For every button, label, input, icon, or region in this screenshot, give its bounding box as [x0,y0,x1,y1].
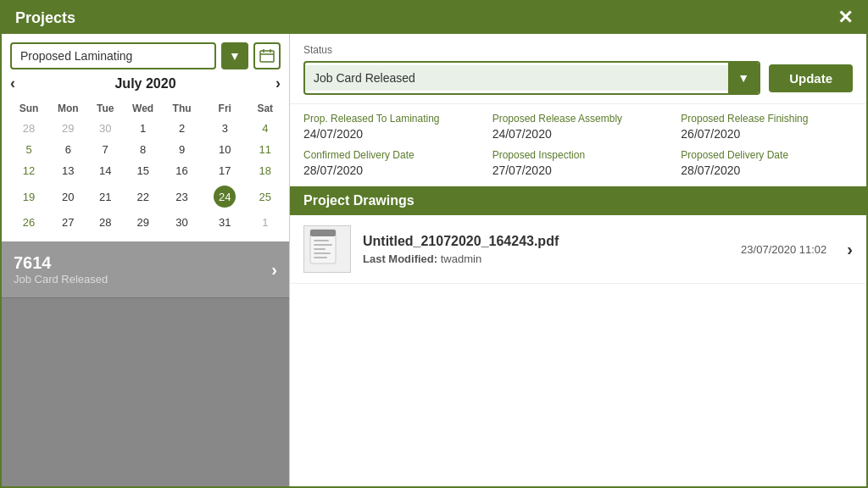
svg-rect-8 [314,248,326,250]
dropdown-arrow-button[interactable]: ▼ [221,42,248,69]
update-button[interactable]: Update [769,64,853,92]
calendar-day-cell[interactable]: 13 [47,160,88,181]
calendar-week-row: 567891011 [10,139,281,160]
calendar-week-row: 19202122232425 [10,181,281,212]
date-item: Proposed Inspection 27/07/2020 [492,149,665,177]
calendar-day-cell[interactable]: 21 [88,181,122,212]
calendar-grid: SunMonTueWedThuFriSat 282930123456789101… [10,99,281,233]
calendar-day-cell[interactable]: 15 [122,160,164,181]
date-item: Confirmed Delivery Date 28/07/2020 [303,149,476,177]
date-item-value: 24/07/2020 [303,127,476,141]
calendar-day-cell[interactable]: 14 [88,160,122,181]
dates-section: Prop. Released To Laminating 24/07/2020P… [290,104,866,186]
calendar-prev-button[interactable]: ‹ [10,75,15,92]
status-section: Status Job Card Released ▼ Update [290,34,866,104]
calendar-day-cell[interactable]: 22 [122,181,164,212]
drawing-date: 23/07/2020 11:02 [741,243,826,256]
calendar-day-cell[interactable]: 6 [47,139,88,160]
drawing-arrow[interactable]: › [847,240,853,259]
calendar-day-cell[interactable]: 18 [250,160,281,181]
calendar-day-header: Sat [250,99,281,118]
title-bar: Projects ✕ [2,2,866,34]
calendar-day-cell[interactable]: 17 [200,160,249,181]
date-item-value: 28/07/2020 [303,164,476,177]
calendar-day-cell[interactable]: 16 [164,160,200,181]
calendar-day-cell[interactable]: 31 [200,212,249,233]
calendar-day-header: Sun [10,99,47,118]
project-item-arrow: › [271,260,277,280]
calendar-day-cell[interactable]: 30 [164,212,200,233]
calendar-day-header: Tue [88,99,122,118]
svg-rect-9 [314,252,331,254]
svg-rect-0 [260,51,274,62]
calendar-day-cell[interactable]: 4 [250,118,281,139]
svg-rect-10 [314,257,327,258]
calendar-day-cell[interactable]: 28 [10,118,47,139]
date-item-label: Confirmed Delivery Date [303,149,476,161]
date-item-value: 26/07/2020 [681,127,853,141]
status-row: Job Card Released ▼ Update [303,61,853,95]
calendar-day-cell[interactable]: 8 [122,139,164,160]
calendar-day-cell[interactable]: 10 [200,139,249,160]
left-panel: Proposed LaminatingConfirmed Delivery Da… [2,34,290,486]
pdf-thumb-icon [306,228,348,270]
date-item-value: 28/07/2020 [681,164,853,177]
calendar-day-cell[interactable]: 9 [164,139,200,160]
close-button[interactable]: ✕ [837,8,853,27]
project-number: 7614 [14,253,108,273]
calendar-day-cell[interactable]: 29 [47,118,88,139]
calendar-day-cell[interactable]: 23 [164,181,200,212]
laminating-dropdown[interactable]: Proposed LaminatingConfirmed Delivery Da… [10,42,216,69]
date-item: Proposed Release Assembly 24/07/2020 [492,113,665,141]
calendar-day-cell[interactable]: 20 [47,181,88,212]
date-item-label: Proposed Delivery Date [681,149,853,161]
dropdown-row: Proposed LaminatingConfirmed Delivery Da… [2,34,289,75]
calendar-day-cell[interactable]: 29 [122,212,164,233]
calendar-day-cell[interactable]: 1 [122,118,164,139]
calendar-day-cell[interactable]: 3 [200,118,249,139]
status-dropdown-wrapper: Job Card Released ▼ [303,61,760,95]
svg-rect-6 [314,240,329,241]
date-item-value: 27/07/2020 [492,164,665,177]
calendar-body: 2829301234567891011121314151617181920212… [10,118,281,233]
calendar-header-row: SunMonTueWedThuFriSat [10,99,281,118]
calendar-week-row: 12131415161718 [10,160,281,181]
drawing-thumbnail [303,225,351,273]
drawing-name: Untitled_21072020_164243.pdf [363,234,729,249]
calendar-day-cell[interactable]: 27 [47,212,88,233]
calendar-month-year: July 2020 [114,76,175,92]
calendar-day-cell[interactable]: 7 [88,139,122,160]
drawing-item[interactable]: Untitled_21072020_164243.pdf Last Modifi… [290,215,866,284]
calendar-day-cell[interactable]: 2 [164,118,200,139]
drawings-list: Untitled_21072020_164243.pdf Last Modifi… [290,215,866,284]
project-item[interactable]: 7614 Job Card Released › [2,241,289,298]
date-item: Prop. Released To Laminating 24/07/2020 [303,113,476,141]
calendar-day-cell[interactable]: 26 [10,212,47,233]
calendar-icon-button[interactable] [253,42,281,69]
calendar-day-cell[interactable]: 1 [250,212,281,233]
calendar-day-cell[interactable]: 12 [10,160,47,181]
date-item-label: Proposed Inspection [492,149,665,161]
calendar-day-cell[interactable]: 5 [10,139,47,160]
calendar-day-cell[interactable]: 30 [88,118,122,139]
date-item: Proposed Release Finishing 26/07/2020 [681,113,853,141]
date-item-label: Proposed Release Finishing [681,113,853,125]
calendar-day-cell[interactable]: 11 [250,139,281,160]
status-dropdown-button[interactable]: ▼ [728,63,759,93]
calendar-day-cell[interactable]: 24 [200,181,249,212]
right-panel: Status Job Card Released ▼ Update Prop. … [290,34,866,486]
app-title: Projects [15,9,75,27]
project-list: 7614 Job Card Released › [2,241,289,486]
calendar-day-cell[interactable]: 19 [10,181,47,212]
calendar-day-header: Fri [200,99,249,118]
dates-grid: Prop. Released To Laminating 24/07/2020P… [303,113,853,177]
date-item-value: 24/07/2020 [492,127,665,141]
calendar-day-cell[interactable]: 25 [250,181,281,212]
calendar-day-header: Mon [47,99,88,118]
drawings-area: Untitled_21072020_164243.pdf Last Modifi… [290,215,866,486]
drawing-info: Untitled_21072020_164243.pdf Last Modifi… [363,234,729,265]
calendar-next-button[interactable]: › [275,75,281,92]
calendar-day-cell[interactable]: 28 [88,212,122,233]
svg-rect-5 [310,230,336,236]
project-item-info: 7614 Job Card Released [14,253,108,286]
